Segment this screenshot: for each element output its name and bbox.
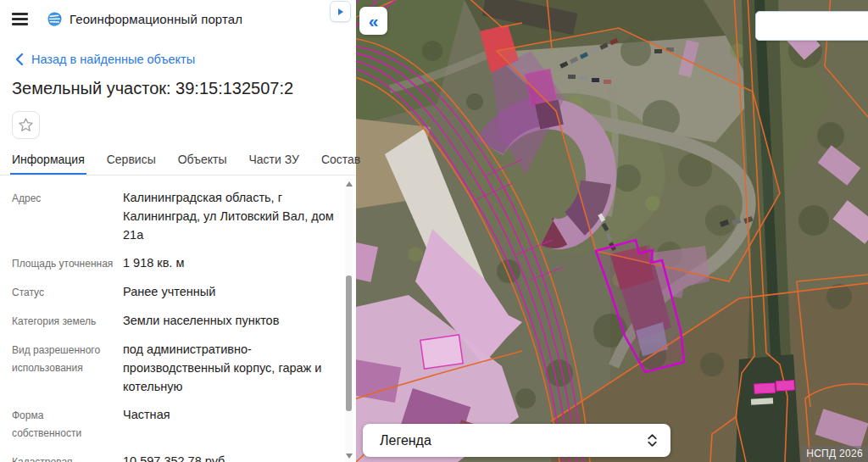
back-link-label: Назад в найденные объекты	[31, 53, 195, 66]
panel-header: Геоинформационный портал	[12, 10, 242, 28]
favorite-button[interactable]	[12, 111, 40, 139]
map-attribution: НСПД 2026	[801, 446, 868, 462]
geoportal-app: Геоинформационный портал Назад в найденн…	[0, 0, 868, 462]
table-row: Форма собственности Частная	[0, 405, 341, 443]
tab-composition[interactable]: Состав	[321, 153, 360, 175]
tab-objects[interactable]: Объекты	[178, 153, 227, 175]
back-link[interactable]: Назад в найденные объекты	[15, 53, 195, 66]
row-value: 1 918 кв. м	[123, 253, 336, 273]
map-search-input[interactable]	[755, 11, 868, 41]
collapse-panel-button[interactable]: «	[359, 7, 387, 35]
portal-logo-icon	[46, 10, 64, 28]
row-value: Ранее учтенный	[123, 282, 336, 302]
page-title: Земельный участок: 39:15:132507:2	[12, 79, 293, 98]
row-label: Кадастровая стоимость	[12, 452, 123, 462]
row-label: Категория земель	[12, 311, 123, 331]
hamburger-menu-icon[interactable]	[12, 13, 28, 25]
row-value: под административно-производственный кор…	[123, 340, 336, 396]
triangle-right-icon	[338, 8, 343, 15]
scroll-down-arrow-icon[interactable]	[346, 454, 353, 459]
table-row: Статус Ранее учтенный	[0, 282, 341, 302]
double-chevron-left-icon: «	[369, 11, 379, 31]
row-value: Земли населенных пунктов	[123, 311, 336, 331]
row-value: Калининградская область, г Калининград, …	[123, 188, 336, 244]
attributes-table: Адрес Калининградская область, г Калинин…	[0, 176, 341, 462]
table-row: Вид разрешенного использования под админ…	[0, 340, 341, 396]
row-value: Частная	[123, 405, 336, 443]
tab-information[interactable]: Информация	[12, 153, 85, 175]
tabs-scroll-right-button[interactable]	[330, 1, 351, 22]
row-label: Адрес	[12, 188, 123, 244]
aerial-map-canvas[interactable]	[356, 0, 868, 462]
scrollbar-thumb[interactable]	[346, 276, 352, 411]
tab-parcel-parts[interactable]: Части ЗУ	[248, 153, 298, 175]
table-row: Площадь уточненная 1 918 кв. м	[0, 253, 341, 273]
row-label: Площадь уточненная	[12, 253, 123, 273]
chevron-left-icon	[15, 53, 24, 66]
scroll-up-arrow-icon[interactable]	[346, 181, 353, 186]
table-row: Категория земель Земли населенных пункто…	[0, 311, 341, 331]
table-row: Кадастровая стоимость 10 597 352,78 руб.	[0, 452, 341, 462]
legend-label: Легенда	[380, 433, 647, 448]
star-icon	[18, 117, 34, 133]
tab-services[interactable]: Сервисы	[107, 153, 156, 175]
row-label: Вид разрешенного использования	[12, 340, 123, 396]
object-info-panel: Геоинформационный портал Назад в найденн…	[0, 0, 356, 462]
panel-scrollbar[interactable]	[345, 178, 353, 462]
table-row: Адрес Калининградская область, г Калинин…	[0, 188, 341, 244]
unfold-chevrons-icon	[647, 433, 658, 448]
app-title: Геоинформационный портал	[70, 12, 242, 26]
legend-toggle[interactable]: Легенда	[363, 424, 670, 457]
row-label: Форма собственности	[12, 405, 123, 443]
tab-bar: Информация Сервисы Объекты Части ЗУ Сост…	[0, 153, 356, 175]
row-value: 10 597 352,78 руб.	[123, 452, 336, 462]
row-label: Статус	[12, 282, 123, 302]
map-viewport[interactable]: « Легенда НСПД 2026	[356, 0, 868, 462]
